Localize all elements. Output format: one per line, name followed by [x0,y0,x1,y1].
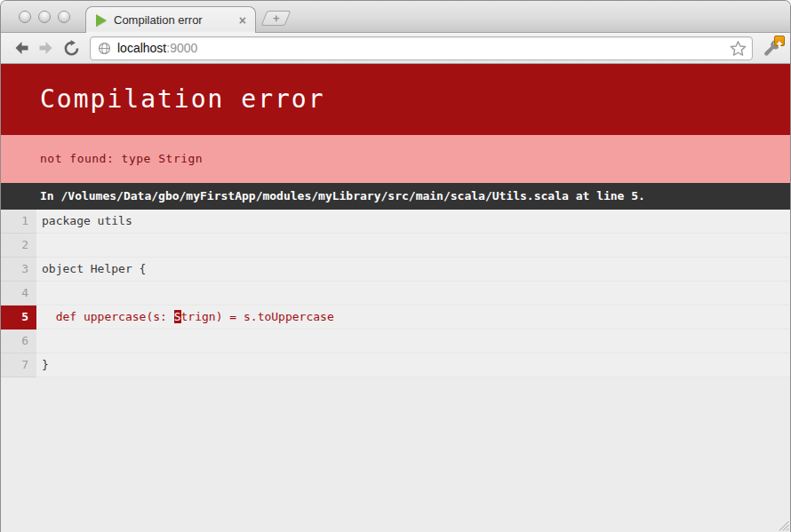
line-code: object Helper { [36,258,146,281]
resize-grip-icon[interactable] [776,518,789,531]
back-button[interactable] [10,36,33,60]
menu-button[interactable] [760,36,783,60]
url-text: localhost:9000 [117,41,730,55]
code-line: 6 [1,330,790,353]
line-code: package utils [36,210,132,233]
close-tab-icon[interactable]: × [237,14,248,27]
code-line: 3 object Helper { [1,258,790,282]
line-number: 3 [1,258,36,282]
new-tab-button[interactable]: + [261,11,292,26]
code-after-marker: trign) = s.toUppercase [181,310,334,323]
forward-button[interactable] [35,36,58,60]
line-code: } [36,353,49,377]
line-number: 7 [1,353,36,377]
titlebar: Compilation error × + [1,1,790,33]
code-line: 1 package utils [1,210,790,234]
code-line: 4 [1,282,790,306]
address-bar[interactable]: localhost:9000 [90,36,753,60]
page-content: Compilation error not found: type Strign… [1,64,790,532]
zoom-window-button[interactable] [58,11,70,23]
code-line: 7 } [1,353,790,377]
line-number: 1 [1,210,36,234]
url-port: :9000 [166,41,197,55]
reload-button[interactable] [60,36,83,60]
line-code [36,282,42,305]
browser-tab[interactable]: Compilation error × [85,6,256,33]
line-number: 6 [1,330,36,353]
line-code [36,330,42,353]
code-before-marker: def uppercase(s: [42,310,174,323]
plus-icon: + [273,12,280,24]
minimize-window-button[interactable] [38,11,51,23]
code-line-error: 5 def uppercase(s: Strign) = s.toUpperca… [1,306,790,330]
line-code: def uppercase(s: Strign) = s.toUppercase [36,306,334,329]
line-number: 2 [1,234,36,258]
reload-icon [63,40,80,57]
line-code [36,234,42,257]
back-arrow-icon [12,39,30,57]
line-number: 5 [1,306,36,330]
url-host: localhost [117,41,166,55]
update-badge-icon [774,36,785,46]
play-framework-favicon-icon [96,14,107,27]
navigation-toolbar: localhost:9000 [1,33,790,64]
code-listing: 1 package utils 2 3 object Helper { 4 5 … [1,210,790,377]
code-line: 2 [1,234,790,258]
globe-icon [98,42,111,55]
window-controls [19,11,70,23]
browser-window: Compilation error × + [0,0,791,532]
page-title: Compilation error [1,64,790,135]
forward-arrow-icon [37,39,55,57]
error-marker: S [174,310,181,323]
source-location: In /Volumes/Data/gbo/myFirstApp/modules/… [1,183,790,210]
close-window-button[interactable] [19,11,31,23]
bookmark-star-icon[interactable] [730,40,747,57]
tab-title: Compilation error [114,13,237,27]
error-message: not found: type Strign [1,135,790,183]
line-number: 4 [1,282,36,306]
